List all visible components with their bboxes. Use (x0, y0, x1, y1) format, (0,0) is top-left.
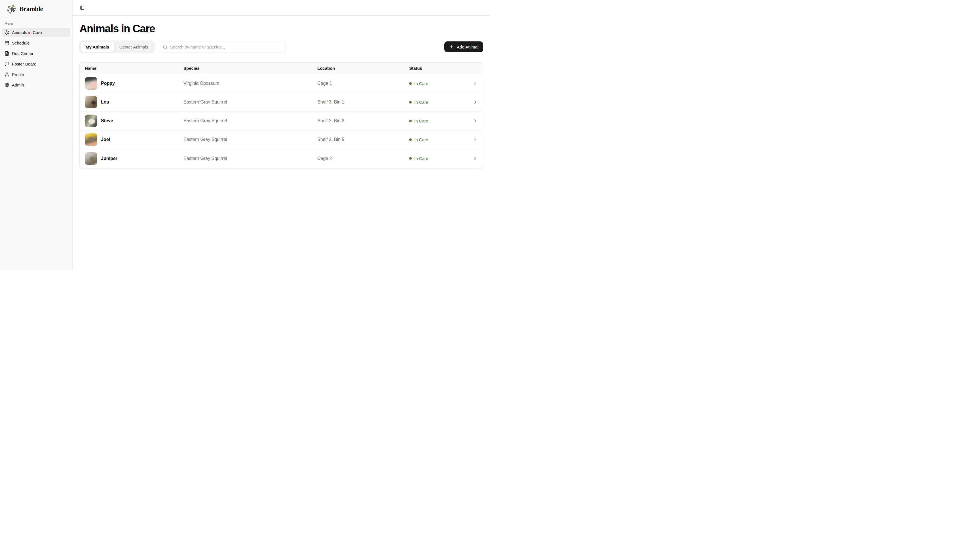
animal-species: Eastern Gray Squirrel (183, 100, 317, 105)
status-badge: In Care (409, 119, 471, 123)
column-header-status: Status (409, 66, 471, 71)
topbar (73, 0, 490, 16)
sidebar-item-schedule[interactable]: Schedule (2, 38, 70, 47)
animal-location: Cage 1 (317, 81, 409, 86)
animal-name: Juniper (101, 156, 118, 161)
sidebar-item-label: Doc Center (12, 51, 33, 56)
status-label: In Care (414, 100, 428, 105)
animal-name: Steve (101, 118, 113, 123)
message-square-icon (5, 62, 10, 66)
sidebar-item-admin[interactable]: Admin (2, 80, 70, 89)
animal-name: Joel (101, 137, 110, 142)
main-area: Animals in Care My Animals Center Animal… (73, 0, 490, 270)
animal-name: Lou (101, 100, 109, 105)
sidebar-nav: Animals in Care Schedule Doc Center Fost… (2, 28, 70, 89)
animal-species: Eastern Gray Squirrel (183, 137, 317, 142)
chevron-right-icon[interactable] (473, 118, 478, 123)
tab-my-animals[interactable]: My Animals (81, 42, 114, 52)
table-row-lou[interactable]: Lou Eastern Gray Squirrel Shelf 3, Bin 1… (80, 93, 483, 112)
animal-location: Shelf 2, Bin 3 (317, 118, 409, 123)
user-icon (5, 72, 10, 77)
search-input[interactable] (170, 45, 282, 49)
animal-avatar (85, 96, 97, 108)
animal-species: Eastern Gray Squirrel (183, 156, 317, 161)
status-dot-icon (409, 82, 412, 85)
status-label: In Care (414, 137, 428, 142)
animal-location: Shelf 2, Bin 5 (317, 137, 409, 142)
table-row-poppy[interactable]: Poppy Virginia Opossum Cage 1 In Care (80, 74, 483, 93)
animal-location: Shelf 3, Bin 1 (317, 100, 409, 105)
page-title: Animals in Care (80, 23, 483, 35)
animal-location: Cage 2 (317, 156, 409, 161)
controls-row: My Animals Center Animals Add Animal (80, 41, 483, 53)
animals-tab-group: My Animals Center Animals (80, 41, 154, 53)
animal-avatar (85, 133, 97, 146)
chevron-right-icon[interactable] (473, 100, 478, 105)
status-badge: In Care (409, 100, 471, 105)
app-window: Bramble Menu Animals in Care Schedule Do… (0, 0, 490, 270)
table-row-joel[interactable]: Joel Eastern Gray Squirrel Shelf 2, Bin … (80, 131, 483, 149)
status-label: In Care (414, 81, 428, 86)
column-header-name: Name (85, 66, 183, 71)
paw-print-icon (5, 30, 10, 35)
brand-name: Bramble (19, 5, 43, 13)
table-row-steve[interactable]: Steve Eastern Gray Squirrel Shelf 2, Bin… (80, 112, 483, 131)
page-content: Animals in Care My Animals Center Animal… (73, 16, 490, 168)
status-dot-icon (409, 139, 412, 141)
animal-avatar (85, 152, 97, 165)
status-badge: In Care (409, 137, 471, 142)
tab-center-animals[interactable]: Center Animals (115, 42, 153, 52)
table-row-juniper[interactable]: Juniper Eastern Gray Squirrel Cage 2 In … (80, 149, 483, 168)
add-animal-button[interactable]: Add Animal (444, 41, 483, 52)
sidebar-item-foster-board[interactable]: Foster Board (2, 59, 70, 68)
panel-left-icon (80, 5, 84, 10)
add-animal-label: Add Animal (457, 45, 478, 49)
sidebar-item-label: Admin (12, 83, 24, 88)
sidebar-item-label: Foster Board (12, 62, 37, 66)
plus-icon (449, 45, 454, 49)
file-text-icon (5, 51, 10, 56)
animal-avatar (85, 115, 97, 127)
status-dot-icon (409, 157, 412, 160)
status-dot-icon (409, 120, 412, 122)
status-label: In Care (414, 156, 428, 161)
search-box (159, 41, 286, 53)
sidebar-toggle-button[interactable] (80, 5, 85, 11)
column-header-species: Species (183, 66, 317, 71)
status-badge: In Care (409, 156, 471, 161)
status-badge: In Care (409, 81, 471, 86)
brand-header: Bramble (2, 0, 70, 18)
animal-avatar (85, 77, 97, 90)
animal-species: Eastern Gray Squirrel (183, 118, 317, 123)
table-header-row: Name Species Location Status (80, 63, 483, 74)
chevron-right-icon[interactable] (473, 81, 478, 86)
animals-table: Name Species Location Status Poppy Virgi… (80, 62, 483, 168)
gear-icon (5, 83, 10, 88)
search-icon (163, 45, 168, 49)
sidebar-item-label: Schedule (12, 41, 30, 45)
bramble-logo-icon (7, 4, 16, 14)
sidebar-item-label: Animals in Care (12, 30, 42, 35)
sidebar-item-animals-in-care[interactable]: Animals in Care (2, 28, 70, 37)
sidebar-item-profile[interactable]: Profile (2, 70, 70, 79)
chevron-right-icon[interactable] (473, 137, 478, 142)
status-dot-icon (409, 101, 412, 104)
column-header-location: Location (317, 66, 409, 71)
sidebar-item-label: Profile (12, 72, 24, 77)
chevron-right-icon[interactable] (473, 156, 478, 161)
sidebar-item-doc-center[interactable]: Doc Center (2, 49, 70, 58)
sidebar-section-label: Menu (2, 18, 70, 28)
animal-name: Poppy (101, 81, 115, 86)
animal-species: Virginia Opossum (183, 81, 317, 86)
calendar-icon (5, 41, 10, 45)
status-label: In Care (414, 119, 428, 123)
sidebar: Bramble Menu Animals in Care Schedule Do… (0, 0, 73, 270)
